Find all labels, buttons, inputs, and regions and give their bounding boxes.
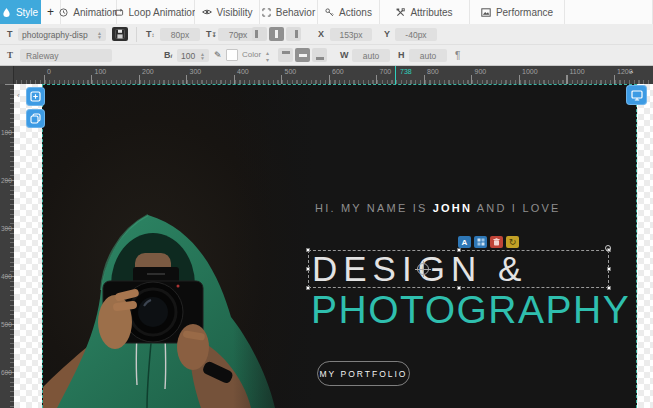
letter-a-icon: A [462,238,468,247]
drop-icon [2,7,11,17]
tab-label: Performance [496,7,553,18]
tab-actions[interactable]: Actions [318,0,380,24]
align-left-button[interactable] [252,27,267,41]
settings-mini-button[interactable] [474,236,487,248]
font-size-icon: T↕ [146,29,155,39]
plus-icon: + [47,5,54,19]
toolbar-row-text-style: T photography-disp ▲▼ T↕ T↧ ◂▸ X Y [0,24,653,45]
align-right-button[interactable] [286,27,301,41]
tab-behavior[interactable]: Behavior [260,0,318,24]
tab-label: Style [16,7,38,18]
ruler-label: 300 [1,225,12,232]
x-position-field[interactable] [330,28,372,41]
ruler-label: 600 [1,369,12,376]
tab-bar: Style + Animation Loop Animation Visibil… [0,0,653,24]
divider [136,27,137,42]
font-family-field[interactable] [20,49,112,62]
add-section-button[interactable] [26,87,45,106]
rotate-icon: ↻ [509,237,517,247]
tab-label: Behavior [276,7,315,18]
hero-heading-photography[interactable]: PHOTOGRAPHY [311,288,630,332]
monitor-icon [631,90,643,101]
ruler-label: 300 [190,68,202,75]
text-style-value: photography-disp [22,30,88,40]
collapse-left-arrow-icon[interactable]: ‹ [17,91,20,100]
align-center-button[interactable] [269,27,284,41]
font-weight-select[interactable]: 100 ▲▼ [177,49,209,62]
text-style-mini-button[interactable]: A [458,236,471,248]
y-position-field[interactable] [395,28,437,41]
pencil-icon[interactable]: ✎ [214,50,222,60]
tab-loop-animation[interactable]: Loop Animation [117,0,195,24]
tools-icon [396,8,405,17]
h-distribute-icon[interactable]: ◂▸ [237,30,245,37]
text-style-select[interactable]: photography-disp ▲▼ [18,28,106,41]
resize-handle-nw[interactable] [306,248,310,252]
preview-desktop-button[interactable] [626,85,647,105]
width-field[interactable] [352,49,390,62]
hero-kicker-text[interactable]: HI. MY NAME IS JOHN AND I LOVE [315,202,561,214]
image-icon [481,8,491,17]
height-field[interactable] [409,49,447,62]
save-style-button[interactable] [112,27,128,41]
ruler-label: 500 [285,68,297,75]
hero-photographer-image[interactable] [43,85,313,408]
valign-top-button[interactable] [278,48,293,62]
select-stepper-icon[interactable]: ▲▼ [97,31,102,39]
expand-icon [262,8,271,17]
tab-animation[interactable]: Animation [61,0,117,24]
rotate-handle[interactable] [605,245,611,251]
cursor-position-value: 738 [398,68,414,75]
tab-add[interactable]: + [41,0,61,24]
paragraph-icon[interactable]: ¶ [455,50,460,61]
ruler-label: 100 [1,129,12,136]
kicker-pre: HI. MY NAME IS [315,202,433,214]
font-size-field[interactable] [160,28,200,41]
save-icon [115,29,125,39]
kicker-strong: JOHN [433,202,472,214]
ruler-ticks-major [44,75,653,84]
toolbar-row-font: T Bi 100 ▲▼ ✎ Color ▴▾ W H ¶ [0,45,653,66]
ruler-label: 400 [1,273,12,280]
horizontal-ruler[interactable]: 0100200300400500600700800900100011001200… [0,66,653,84]
clock-icon [59,8,68,17]
delete-mini-button[interactable] [490,236,503,248]
ruler-label: 200 [1,177,12,184]
resize-handle-e[interactable] [607,267,611,271]
page-section[interactable]: HI. MY NAME IS JOHN AND I LOVE A ↻ DESIG… [42,84,637,408]
x-label: X [318,29,324,39]
resize-handle-sw[interactable] [306,286,310,290]
weight-stepper-icon[interactable]: ▲▼ [200,52,205,60]
ruler-label: 100 [95,68,107,75]
tab-attributes[interactable]: Attributes [380,0,470,24]
tab-visibility[interactable]: Visibility [195,0,260,24]
ruler-label: 500 [1,321,12,328]
ruler-label: 200 [142,68,154,75]
anchor-crosshair-icon[interactable] [417,263,429,275]
y-label: Y [384,29,390,39]
valign-middle-button[interactable] [295,48,310,62]
valign-bottom-button[interactable] [312,48,327,62]
vertical-ruler[interactable]: 100200300400500600 [0,84,14,408]
ruler-label: 700 [380,68,392,75]
ruler-label: 900 [475,68,487,75]
duplicate-button[interactable] [26,109,45,128]
tab-style[interactable]: Style [0,0,41,24]
add-layer-icon [30,91,41,102]
ruler-label: 600 [332,68,344,75]
my-portfolio-button[interactable]: MY PORTFOLIO [317,361,410,386]
tab-performance[interactable]: Performance [470,0,565,24]
font-weight-icon: Bi [164,50,172,60]
rotate-mini-button[interactable]: ↻ [506,236,519,248]
tab-label: Animation [73,7,117,18]
ruler-label: 800 [427,68,439,75]
loop-icon [114,8,124,17]
tab-label: Attributes [410,7,452,18]
kicker-post: AND I LOVE [472,202,560,214]
resize-handle-w[interactable] [306,267,310,271]
collapse-panel-chevron-icon[interactable]: ⌃ [628,70,635,79]
v-distribute-icon[interactable]: ▴▾ [266,49,270,63]
design-canvas[interactable]: ‹ [14,84,653,408]
color-swatch[interactable] [226,49,238,61]
ruler-label: 1100 [570,68,585,75]
